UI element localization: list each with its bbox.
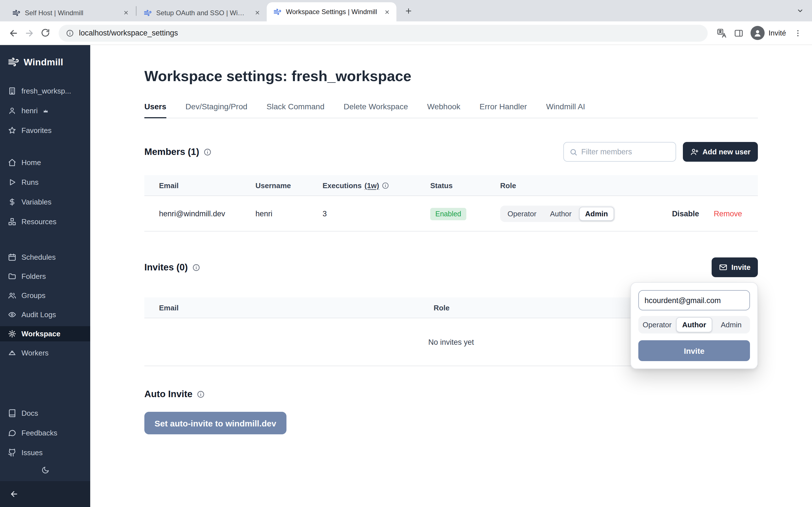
sidebar-item-label: Docs — [21, 409, 38, 417]
tab-close-icon[interactable] — [253, 8, 262, 17]
sidebar-item-label: Audit Logs — [21, 311, 56, 319]
member-executions: 3 — [322, 209, 430, 218]
windmill-sidebar: Windmill fresh_worksp... henri — [0, 45, 90, 507]
sidebar-item-label: Runs — [21, 178, 39, 186]
disable-button[interactable]: Disable — [672, 209, 699, 218]
tab-users[interactable]: Users — [144, 102, 166, 118]
sidebar-item-runs[interactable]: Runs — [0, 175, 90, 190]
sidebar-primary-nav: Home Runs Variables — [0, 155, 90, 229]
tab-close-icon[interactable] — [121, 8, 131, 17]
gear-icon — [8, 330, 16, 338]
browser-menu-icon[interactable] — [790, 24, 806, 41]
tab-search-chevron-icon[interactable] — [796, 0, 804, 21]
remove-button[interactable]: Remove — [714, 209, 742, 218]
sidebar-context-group: fresh_worksp... henri Favorites — [0, 83, 90, 138]
dollar-icon — [8, 198, 16, 206]
invite-role-toggle-group: Operator Author Admin — [638, 316, 750, 334]
invite-role-operator-button[interactable]: Operator — [640, 317, 675, 332]
tab-dev-staging-prod[interactable]: Dev/Staging/Prod — [186, 102, 247, 118]
add-new-user-button[interactable]: Add new user — [683, 142, 758, 162]
side-panel-icon[interactable] — [730, 24, 747, 41]
sidebar-item-schedules[interactable]: Schedules — [0, 249, 90, 265]
info-icon[interactable] — [382, 182, 389, 189]
sidebar-item-workers[interactable]: Workers — [0, 345, 90, 360]
address-bar[interactable]: localhost/workspace_settings — [59, 24, 708, 41]
browser-profile-chip[interactable]: Invité — [747, 25, 790, 41]
sidebar-item-favorites[interactable]: Favorites — [0, 123, 90, 138]
sidebar-item-home[interactable]: Home — [0, 155, 90, 170]
sidebar-user-menu[interactable]: henri — [0, 103, 90, 118]
invites-section: Invites (0) Invite — [144, 258, 758, 366]
sidebar-item-issues[interactable]: Issues — [0, 445, 90, 460]
info-icon[interactable] — [197, 390, 205, 398]
sidebar-item-label: Workspace — [21, 330, 60, 338]
tab-webhook[interactable]: Webhook — [427, 102, 460, 118]
col-role: Role — [500, 181, 758, 189]
members-table: Email Username Executions (1w) Status Ro… — [144, 175, 758, 231]
sidebar-item-label: Feedbacks — [21, 429, 57, 437]
tab-windmill-ai[interactable]: Windmill AI — [546, 102, 585, 118]
browser-tab-oauth-sso[interactable]: Setup OAuth and SSO | Windm — [137, 4, 267, 21]
reload-button[interactable] — [37, 25, 53, 41]
invite-popover: Operator Author Admin Invite — [630, 282, 758, 369]
tab-delete-workspace[interactable]: Delete Workspace — [344, 102, 408, 118]
back-button[interactable] — [6, 25, 21, 41]
invite-role-admin-button[interactable]: Admin — [714, 317, 749, 332]
info-icon[interactable] — [192, 263, 200, 271]
set-auto-invite-button[interactable]: Set auto-invite to windmill.dev — [144, 412, 287, 434]
tab-close-icon[interactable] — [382, 7, 392, 17]
invite-button[interactable]: Invite — [712, 258, 758, 277]
home-icon — [8, 158, 16, 167]
browser-tab-self-host[interactable]: Self Host | Windmill — [6, 4, 135, 21]
invites-heading: Invites (0) — [144, 262, 200, 273]
info-icon[interactable] — [204, 148, 211, 156]
tab-error-handler[interactable]: Error Handler — [479, 102, 527, 118]
browser-tab-workspace-settings[interactable]: Workspace Settings | Windmill — [267, 2, 396, 21]
play-icon — [8, 178, 16, 186]
role-operator-button[interactable]: Operator — [501, 207, 543, 221]
invite-email-input[interactable] — [638, 290, 750, 311]
sidebar-item-feedbacks[interactable]: Feedbacks — [0, 425, 90, 441]
filter-members-input[interactable] — [581, 148, 670, 156]
calendar-icon — [8, 253, 16, 262]
sidebar-item-folders[interactable]: Folders — [0, 269, 90, 284]
book-icon — [8, 409, 16, 417]
sidebar-item-workspace[interactable]: Workspace — [0, 326, 90, 341]
translate-icon[interactable] — [713, 24, 730, 41]
user-plus-icon — [690, 148, 699, 156]
sidebar-item-label: Issues — [21, 448, 43, 457]
col-executions-label: Executions — [322, 181, 362, 189]
sidebar-item-docs[interactable]: Docs — [0, 406, 90, 421]
invite-role-author-button[interactable]: Author — [676, 317, 712, 332]
browser-toolbar: localhost/workspace_settings Invité — [0, 21, 812, 45]
windmill-logo[interactable]: Windmill — [0, 53, 90, 72]
role-admin-button[interactable]: Admin — [579, 207, 614, 221]
member-actions: Disable Remove — [672, 209, 758, 218]
dark-mode-toggle[interactable] — [0, 460, 90, 481]
sidebar-item-resources[interactable]: Resources — [0, 214, 90, 229]
superadmin-crown-icon — [43, 108, 49, 114]
tab-slack-command[interactable]: Slack Command — [266, 102, 324, 118]
sidebar-item-groups[interactable]: Groups — [0, 288, 90, 303]
site-info-icon[interactable] — [66, 29, 74, 37]
new-tab-button[interactable] — [401, 3, 416, 18]
sidebar-item-variables[interactable]: Variables — [0, 194, 90, 210]
sidebar-collapse-button[interactable] — [0, 481, 90, 507]
sidebar-item-label: Groups — [21, 291, 45, 300]
col-executions: Executions (1w) — [322, 181, 430, 189]
profile-avatar — [751, 26, 765, 40]
forward-button[interactable] — [21, 25, 37, 41]
member-row: henri@windmill.dev henri 3 Enabled Opera… — [144, 196, 758, 231]
sidebar-item-audit-logs[interactable]: Audit Logs — [0, 307, 90, 322]
invite-submit-button[interactable]: Invite — [638, 340, 750, 361]
sidebar-item-label: Resources — [21, 217, 56, 226]
sidebar-item-label: Home — [21, 158, 41, 167]
invites-heading-text: Invites (0) — [144, 262, 188, 273]
tab-separator — [136, 6, 137, 15]
workspace-settings-page: Workspace settings: fresh_workspace User… — [90, 45, 812, 507]
tab-title: Setup OAuth and SSO | Windm — [156, 9, 248, 17]
user-name: henri — [21, 107, 38, 115]
sidebar-item-label: Favorites — [21, 126, 52, 135]
role-author-button[interactable]: Author — [544, 207, 578, 221]
sidebar-workspace-selector[interactable]: fresh_worksp... — [0, 83, 90, 99]
